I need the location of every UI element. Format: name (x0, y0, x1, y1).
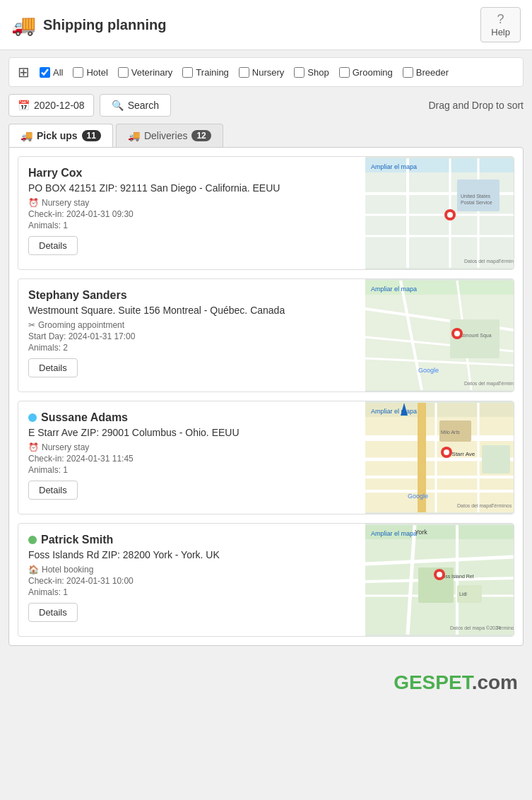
card-address-1: PO BOX 42151 ZIP: 92111 San Diego - Cali… (28, 182, 355, 194)
card-info-2: Stephany Sanders Westmount Square. Suite… (18, 279, 365, 392)
card-address-4: Foss Islands Rd ZIP: 28200 York - York. … (28, 549, 355, 560)
card-map-3: E Starr Ave Milo Arts Google Datos del m… (365, 401, 514, 514)
filter-hotel[interactable]: Hotel (73, 67, 107, 78)
tab-pickups[interactable]: 🚚 Pick ups 11 (8, 124, 113, 147)
card-map-1: United States Postal Service Ampliar el … (365, 157, 514, 269)
filter-training[interactable]: Training (182, 67, 228, 78)
card-checkin-1: Check-in: 2024-01-31 09:30 (28, 209, 355, 219)
svg-point-12 (447, 212, 453, 218)
filter-all-label: All (53, 67, 63, 78)
card-info-3: Sussane Adams E Starr Ave ZIP: 29001 Col… (18, 401, 365, 514)
calendar-icon: 📅 (18, 100, 30, 111)
footer: GESPET.com (0, 660, 532, 705)
tab-deliveries[interactable]: 🚚 Deliveries 12 (116, 124, 223, 147)
card-map-2: Westmount Squa Ampliar el mapa Google Da… (365, 279, 514, 392)
svg-text:Ampliar el mapa: Ampliar el mapa (371, 530, 417, 537)
service-label-3: Nursery stay (42, 442, 89, 452)
filter-breeder-label: Breeder (416, 67, 449, 78)
card-harry-cox: Harry Cox PO BOX 42151 ZIP: 92111 San Di… (18, 156, 514, 270)
help-button[interactable]: ? Help (480, 7, 521, 42)
svg-text:Postal Service: Postal Service (461, 200, 492, 205)
header-left: 🚚 Shipping planning (11, 13, 166, 37)
filter-all[interactable]: All (40, 67, 63, 78)
svg-text:Términos: Términos (496, 625, 514, 630)
card-startday-2: Start Day: 2024-01-31 17:00 (28, 331, 355, 341)
help-icon: ? (497, 12, 504, 27)
date-picker-button[interactable]: 📅 2020-12-08 (8, 94, 94, 117)
card-patrick-smith: Patrick Smith Foss Islands Rd ZIP: 28200… (18, 523, 514, 637)
brand-name: GESPET (394, 671, 471, 693)
filter-nursery-checkbox[interactable] (239, 67, 249, 78)
card-service-2: ✂ Grooming appointment (28, 320, 355, 330)
service-icon-3: ⏰ (28, 442, 39, 452)
card-info-1: Harry Cox PO BOX 42151 ZIP: 92111 San Di… (18, 157, 365, 269)
details-button-3[interactable]: Details (28, 481, 78, 500)
svg-rect-43 (482, 445, 510, 473)
service-label-1: Nursery stay (42, 198, 89, 208)
svg-text:Datos del mapa: Datos del mapa (464, 259, 499, 264)
filter-veterinary-label: Veterinary (131, 67, 173, 78)
card-sussane-adams: Sussane Adams E Starr Ave ZIP: 29001 Col… (18, 401, 514, 514)
details-button-2[interactable]: Details (28, 358, 78, 377)
search-icon: 🔍 (112, 100, 124, 111)
service-icon-1: ⏰ (28, 198, 39, 208)
filter-shop[interactable]: Shop (294, 67, 329, 78)
filter-nursery[interactable]: Nursery (239, 67, 285, 78)
customer-name-4: Patrick Smith (41, 534, 113, 546)
truck-icon: 🚚 (11, 13, 36, 37)
svg-text:Términos: Términos (498, 259, 514, 264)
svg-text:Milo Arts: Milo Arts (441, 430, 460, 435)
grid-icon[interactable]: ⊞ (18, 64, 30, 81)
details-button-1[interactable]: Details (28, 236, 78, 255)
card-checkin-3: Check-in: 2024-01-31 11:45 (28, 454, 355, 464)
tabs-row: 🚚 Pick ups 11 🚚 Deliveries 12 (8, 124, 524, 147)
service-label-2: Grooming appointment (38, 320, 124, 330)
filter-hotel-checkbox[interactable] (73, 67, 83, 78)
card-stephany-sanders: Stephany Sanders Westmount Square. Suite… (18, 278, 514, 392)
svg-point-45 (444, 449, 449, 455)
customer-name-1: Harry Cox (28, 167, 82, 180)
card-name-4: Patrick Smith (28, 534, 355, 546)
filter-grooming-checkbox[interactable] (339, 67, 350, 78)
details-button-4[interactable]: Details (28, 603, 78, 622)
filter-veterinary-checkbox[interactable] (118, 67, 129, 78)
card-name-1: Harry Cox (28, 167, 355, 180)
filter-breeder[interactable]: Breeder (403, 67, 449, 78)
filter-nursery-label: Nursery (252, 67, 285, 78)
search-label: Search (128, 100, 159, 111)
filter-training-label: Training (196, 67, 228, 78)
svg-text:Términos: Términos (491, 503, 512, 508)
delivery-icon: 🚚 (128, 130, 140, 141)
card-service-1: ⏰ Nursery stay (28, 198, 355, 208)
status-dot-4 (28, 536, 37, 544)
svg-text:Ampliar el mapa: Ampliar el mapa (371, 408, 417, 415)
pickup-icon: 🚚 (20, 130, 32, 141)
card-service-3: ⏰ Nursery stay (28, 442, 355, 452)
filter-all-checkbox[interactable] (40, 67, 50, 78)
svg-point-26 (454, 331, 460, 336)
cards-container: Harry Cox PO BOX 42151 ZIP: 92111 San Di… (8, 147, 524, 646)
card-address-2: Westmount Square. Suite 156 Montreal - Q… (28, 305, 355, 316)
svg-text:Lidl: Lidl (459, 592, 467, 596)
app-title: Shipping planning (43, 17, 166, 33)
svg-text:United States: United States (461, 194, 491, 199)
filter-grooming[interactable]: Grooming (339, 67, 393, 78)
status-dot-3 (28, 413, 37, 422)
search-button[interactable]: 🔍 Search (100, 94, 171, 117)
svg-text:Ampliar el mapa: Ampliar el mapa (371, 286, 417, 293)
toolbar-row: 📅 2020-12-08 🔍 Search Drag and Drop to s… (8, 94, 524, 117)
date-value: 2020-12-08 (34, 100, 85, 111)
filter-training-checkbox[interactable] (182, 67, 193, 78)
filter-veterinary[interactable]: Veterinary (118, 67, 173, 78)
card-info-4: Patrick Smith Foss Islands Rd ZIP: 28200… (18, 524, 365, 636)
svg-text:Ampliar el mapa: Ampliar el mapa (371, 163, 417, 170)
deliveries-badge: 12 (191, 130, 211, 141)
filter-bar: ⊞ All Hotel Veterinary Training Nursery … (8, 57, 524, 87)
filter-shop-checkbox[interactable] (294, 67, 305, 78)
service-icon-2: ✂ (28, 320, 35, 330)
customer-name-2: Stephany Sanders (28, 289, 127, 302)
card-name-2: Stephany Sanders (28, 289, 355, 302)
svg-text:Datos del mapa: Datos del mapa (457, 503, 492, 509)
filter-breeder-checkbox[interactable] (403, 67, 413, 78)
help-label: Help (491, 27, 510, 37)
